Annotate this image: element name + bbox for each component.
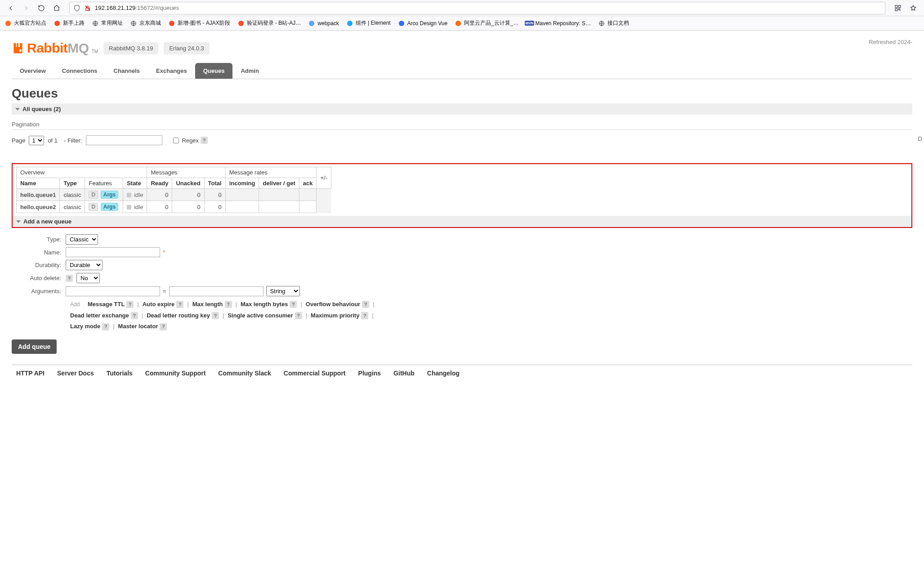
svg-rect-2 xyxy=(895,5,897,8)
bookmark-item[interactable]: Arco Design Vue xyxy=(398,20,448,27)
argument-value-input[interactable] xyxy=(169,286,263,296)
filter-input[interactable] xyxy=(86,135,162,145)
argument-shortcut[interactable]: Auto expire xyxy=(143,301,175,308)
col-name[interactable]: Name xyxy=(17,178,60,189)
tracking-shield-icon xyxy=(73,4,80,12)
page-select[interactable]: 1 xyxy=(29,136,44,145)
col-unacked[interactable]: Unacked xyxy=(172,178,204,189)
cell-name[interactable]: hello.queue2 xyxy=(17,201,60,213)
shortcut-help-icon[interactable]: ? xyxy=(102,323,109,330)
filter-label: - Filter: xyxy=(64,137,82,144)
header-row: RabbitMQ TM RabbitMQ 3.8.19 Erlang 24.0.… xyxy=(12,31,912,60)
shortcut-help-icon[interactable]: ? xyxy=(290,301,297,308)
tab-connections[interactable]: Connections xyxy=(54,63,106,79)
pagination-heading: Pagination xyxy=(12,121,912,130)
tab-channels[interactable]: Channels xyxy=(106,63,148,79)
shortcut-separator: | xyxy=(373,301,374,308)
display-mode-letter[interactable]: D xyxy=(918,135,922,142)
footer-link[interactable]: Server Docs xyxy=(57,370,94,377)
section-add-queue[interactable]: Add a new queue xyxy=(13,216,911,227)
shortcut-help-icon[interactable]: ? xyxy=(362,301,369,308)
argument-shortcut[interactable]: Master locator xyxy=(118,323,158,330)
tab-admin[interactable]: Admin xyxy=(232,63,267,79)
url-bar[interactable]: 192.168.21.129:15672/#/queues xyxy=(69,2,885,14)
bookmark-item[interactable]: MVNMaven Repository: S… xyxy=(526,20,591,27)
col-ack[interactable]: ack xyxy=(299,178,317,189)
shortcut-help-icon[interactable]: ? xyxy=(361,312,368,319)
footer-link[interactable]: GitHub xyxy=(393,370,415,377)
argument-shortcut[interactable]: Maximum priority xyxy=(311,312,359,319)
footer-link[interactable]: Plugins xyxy=(358,370,381,377)
argument-shortcut[interactable]: Single active consumer xyxy=(228,312,293,319)
shortcut-help-icon[interactable]: ? xyxy=(295,312,302,319)
tab-queues[interactable]: Queues xyxy=(195,63,233,79)
argument-type-select[interactable]: String xyxy=(266,286,300,296)
autodelete-help-icon[interactable]: ? xyxy=(66,275,73,282)
col-ready[interactable]: Ready xyxy=(147,178,172,189)
footer-link[interactable]: Community Slack xyxy=(218,370,271,377)
argument-shortcut[interactable]: Max length xyxy=(192,301,223,308)
bookmark-label: 接口文档 xyxy=(607,19,629,27)
shortcut-help-icon[interactable]: ? xyxy=(126,301,134,308)
shortcut-help-icon[interactable]: ? xyxy=(225,301,232,308)
bookmark-item[interactable]: 常用网址 xyxy=(92,19,123,27)
autodelete-select[interactable]: No xyxy=(76,273,100,283)
argument-shortcut[interactable]: Dead letter routing key xyxy=(147,312,210,319)
bookmark-item[interactable]: 接口文档 xyxy=(598,19,629,27)
section-all-queues[interactable]: All queues (2) xyxy=(12,103,912,115)
cell-name[interactable]: hello.queue1 xyxy=(17,189,60,201)
bookmark-item[interactable]: 京东商城 xyxy=(130,19,161,27)
nav-forward-button[interactable] xyxy=(20,2,32,14)
shortcut-help-icon[interactable]: ? xyxy=(176,301,183,308)
bookmark-item[interactable]: 组件 | Element xyxy=(346,19,391,27)
name-input[interactable] xyxy=(66,247,160,257)
argument-shortcut[interactable]: Message TTL xyxy=(88,301,125,308)
argument-shortcut[interactable]: Dead letter exchange xyxy=(70,312,129,319)
nav-reload-button[interactable] xyxy=(35,2,48,14)
footer-link[interactable]: Commercial Support xyxy=(284,370,346,377)
type-select[interactable]: Classic xyxy=(66,234,98,245)
bookmark-label: 新手上路 xyxy=(63,19,85,27)
add-queue-button[interactable]: Add queue xyxy=(12,339,57,354)
footer-link[interactable]: Tutorials xyxy=(107,370,133,377)
regex-checkbox[interactable] xyxy=(173,138,179,143)
cell-features: D Args xyxy=(85,201,123,213)
col-plusminus[interactable]: +/- xyxy=(317,167,331,189)
shortcut-separator: | xyxy=(236,301,237,308)
col-incoming[interactable]: incoming xyxy=(225,178,259,189)
argument-shortcut[interactable]: Max length bytes xyxy=(241,301,288,308)
col-features[interactable]: Features xyxy=(85,178,123,189)
cell-unacked: 0 xyxy=(172,201,204,213)
shortcut-help-icon[interactable]: ? xyxy=(131,312,138,319)
argument-add-label[interactable]: Add xyxy=(70,301,80,308)
regex-help-icon[interactable]: ? xyxy=(201,137,208,144)
col-total[interactable]: Total xyxy=(204,178,225,189)
col-type[interactable]: Type xyxy=(60,178,85,189)
bookmark-item[interactable]: 新手上路 xyxy=(54,19,85,27)
qr-icon[interactable] xyxy=(892,2,904,14)
nav-home-button[interactable] xyxy=(50,2,63,14)
col-group-messages: Messages xyxy=(147,167,225,178)
cell-ready: 0 xyxy=(147,189,172,201)
argument-shortcut[interactable]: Lazy mode xyxy=(70,323,100,330)
tab-overview[interactable]: Overview xyxy=(12,63,54,79)
footer-link[interactable]: Community Support xyxy=(145,370,206,377)
bookmark-item[interactable]: 新增-图书 - AJAX阶段 xyxy=(168,19,230,27)
shortcut-help-icon[interactable]: ? xyxy=(212,312,219,319)
bookmark-item[interactable]: webpack xyxy=(308,20,339,27)
footer-link[interactable]: HTTP API xyxy=(16,370,45,377)
footer-link[interactable]: Changelog xyxy=(427,370,460,377)
durability-select[interactable]: Durable xyxy=(66,260,103,270)
tab-exchanges[interactable]: Exchanges xyxy=(148,63,195,79)
argument-key-input[interactable] xyxy=(66,286,160,296)
bookmark-item[interactable]: 验证码登录 - B站-AJ… xyxy=(237,19,301,27)
argument-shortcut[interactable]: Overflow behaviour xyxy=(306,301,360,308)
bookmark-item[interactable]: 阿里云产品_云计算_… xyxy=(455,19,518,27)
bookmark-star-icon[interactable] xyxy=(907,2,920,14)
nav-back-button[interactable] xyxy=(4,2,17,14)
col-state[interactable]: State xyxy=(123,178,147,189)
col-deliver[interactable]: deliver / get xyxy=(259,178,299,189)
shortcut-help-icon[interactable]: ? xyxy=(160,323,167,330)
bookmark-item[interactable]: 火狐官方站点 xyxy=(4,19,46,27)
cell-blank xyxy=(317,189,331,213)
